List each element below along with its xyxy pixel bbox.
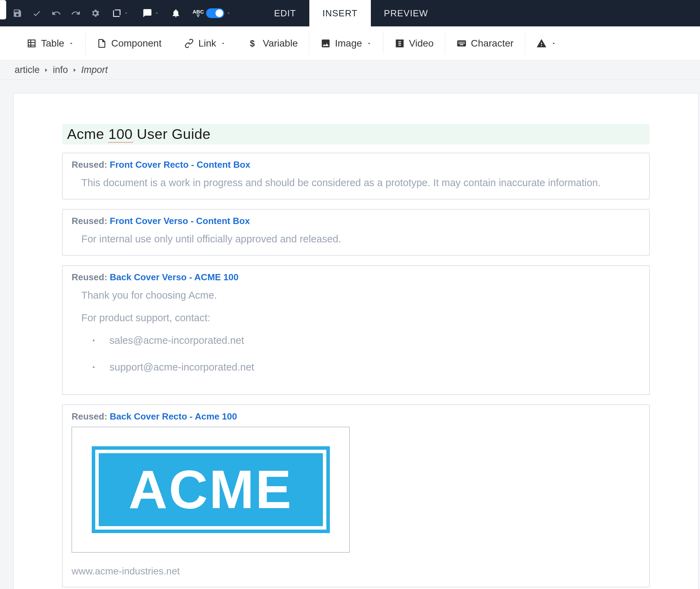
check-icon[interactable]	[32, 8, 42, 18]
reused-body: For internal use only until officially a…	[72, 231, 640, 247]
reused-body: This document is a work in progress and …	[72, 175, 640, 191]
svg-text:$: $	[250, 38, 255, 48]
link-icon	[184, 38, 194, 49]
title-text: User Guide	[133, 126, 211, 142]
contact-email: sales@acme-incorporated.net	[109, 333, 244, 348]
top-bar: ABC EDIT INSERT PREVIEW	[0, 0, 700, 26]
title-spellcheck-word: 100	[108, 126, 133, 143]
reused-block-front-recto[interactable]: Reused: Front Cover Recto - Content Box …	[62, 153, 650, 199]
chevron-down-icon	[551, 41, 556, 46]
breadcrumb-item[interactable]: info	[53, 65, 68, 75]
reused-header: Reused: Front Cover Recto - Content Box	[72, 159, 640, 170]
chevron-right-icon	[44, 68, 48, 72]
tab-edit[interactable]: EDIT	[261, 0, 309, 26]
contact-email: support@acme-incorporated.net	[109, 359, 254, 375]
reused-body: Thank you for choosing Acme. For product…	[72, 288, 640, 375]
reused-body: ACME www.acme-industries.net	[72, 427, 640, 579]
breadcrumb-item[interactable]: article	[15, 65, 40, 75]
insert-video-label: Video	[409, 38, 434, 49]
title-text: Acme	[67, 126, 108, 142]
reused-paragraph: For product support, contact:	[81, 310, 640, 326]
chevron-down-icon	[154, 11, 159, 16]
document-title: Acme 100 User Guide	[67, 126, 645, 142]
logo-inner: ACME	[92, 446, 330, 533]
reused-block-back-recto[interactable]: Reused: Back Cover Recto - Acme 100 ACME…	[62, 405, 650, 587]
reused-label: Reused:	[72, 216, 110, 226]
insert-warning[interactable]	[525, 34, 568, 53]
toggle-switch[interactable]	[206, 8, 224, 18]
settings-icon[interactable]	[90, 8, 100, 18]
insert-image-label: Image	[335, 38, 362, 49]
component-icon	[97, 38, 107, 49]
crop-dropdown[interactable]	[110, 8, 131, 18]
reused-header: Reused: Back Cover Recto - Acme 100	[72, 411, 640, 422]
logo-image-frame[interactable]: ACME	[72, 427, 350, 553]
reused-link[interactable]: Front Cover Recto - Content Box	[110, 159, 250, 170]
reused-block-front-verso[interactable]: Reused: Front Cover Verso - Content Box …	[62, 209, 650, 256]
contact-list: sales@acme-incorporated.net support@acme…	[81, 333, 640, 375]
insert-component[interactable]: Component	[86, 34, 173, 53]
reused-paragraph: For internal use only until officially a…	[81, 231, 640, 247]
image-icon	[320, 38, 331, 49]
insert-link[interactable]: Link	[173, 34, 237, 53]
reused-paragraph: This document is a work in progress and …	[81, 175, 640, 191]
reused-link[interactable]: Back Cover Verso - ACME 100	[110, 272, 238, 282]
comment-icon	[143, 8, 152, 18]
keyboard-icon	[456, 38, 467, 49]
mode-tabs: EDIT INSERT PREVIEW	[261, 0, 441, 26]
tab-insert[interactable]: INSERT	[309, 0, 371, 26]
comment-dropdown[interactable]	[140, 8, 161, 18]
spellcheck-toggle[interactable]: ABC	[190, 8, 233, 18]
reused-link[interactable]: Front Cover Verso - Content Box	[110, 216, 250, 226]
chevron-down-icon	[68, 41, 74, 46]
crop-icon	[112, 8, 122, 18]
chevron-down-icon	[124, 11, 129, 16]
insert-character-label: Character	[471, 38, 514, 49]
undo-icon[interactable]	[51, 8, 61, 18]
insert-character[interactable]: Character	[445, 34, 525, 53]
breadcrumb-item-current[interactable]: Import	[81, 65, 108, 75]
left-edge-tab[interactable]	[0, 0, 6, 19]
logo-text: ACME	[129, 463, 293, 516]
insert-link-label: Link	[198, 38, 216, 49]
document-title-block[interactable]: Acme 100 User Guide	[62, 124, 650, 144]
editor-canvas-wrap: Acme 100 User Guide Reused: Front Cover …	[0, 80, 700, 589]
chevron-down-icon	[226, 11, 231, 16]
reused-header: Reused: Back Cover Verso - ACME 100	[72, 272, 640, 283]
insert-image[interactable]: Image	[309, 34, 383, 53]
insert-table[interactable]: Table	[15, 34, 85, 53]
tab-preview[interactable]: PREVIEW	[371, 0, 441, 26]
warning-icon	[536, 38, 547, 49]
insert-variable[interactable]: $ Variable	[237, 34, 309, 53]
table-icon	[26, 38, 37, 49]
reused-label: Reused:	[72, 272, 110, 282]
abc-icon: ABC	[193, 9, 204, 18]
breadcrumb: article info Import	[0, 60, 700, 80]
insert-toolbar: Table Component Link $ Variable Image Vi…	[0, 26, 700, 60]
save-icon[interactable]	[13, 8, 22, 18]
reused-paragraph: Thank you for choosing Acme.	[81, 288, 640, 303]
chevron-down-icon	[220, 41, 226, 46]
chevron-right-icon	[73, 68, 76, 72]
reused-block-back-verso[interactable]: Reused: Back Cover Verso - ACME 100 Than…	[62, 265, 650, 395]
insert-component-label: Component	[111, 38, 162, 49]
video-icon	[394, 38, 405, 49]
top-icon-group: ABC	[0, 0, 240, 26]
editor-canvas[interactable]: Acme 100 User Guide Reused: Front Cover …	[13, 93, 699, 589]
insert-video[interactable]: Video	[383, 34, 445, 53]
logo-bg: ACME	[99, 453, 323, 526]
chevron-down-icon	[366, 41, 372, 46]
redo-icon[interactable]	[71, 8, 81, 18]
reused-label: Reused:	[72, 411, 110, 422]
insert-table-label: Table	[41, 38, 64, 49]
website-url: www.acme-industries.net	[72, 564, 640, 579]
notifications-icon[interactable]	[171, 8, 181, 18]
insert-variable-label: Variable	[263, 38, 298, 49]
reused-link[interactable]: Back Cover Recto - Acme 100	[110, 411, 237, 422]
reused-header: Reused: Front Cover Verso - Content Box	[72, 216, 640, 226]
reused-label: Reused:	[72, 159, 110, 170]
variable-icon: $	[248, 38, 259, 49]
